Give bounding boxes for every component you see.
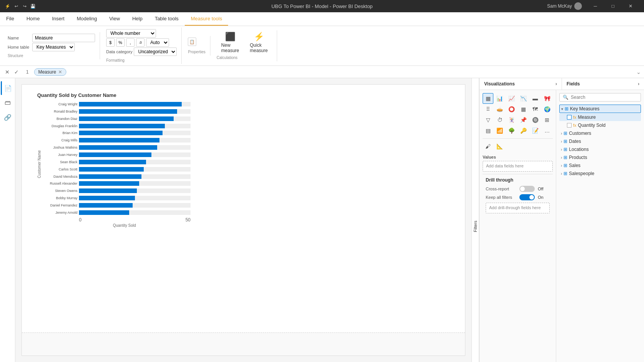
tab-insert[interactable]: Insert [46,12,71,26]
viz-stacked-bar[interactable]: ▬ [530,93,540,104]
tab-home[interactable]: Home [20,12,46,26]
viz-kpi[interactable]: 📌 [518,115,529,125]
restore-button[interactable]: □ [604,0,622,12]
cross-report-toggle[interactable] [519,186,535,192]
comma-icon[interactable]: , [126,38,135,47]
formula-tag-close[interactable]: ✕ [58,69,62,75]
measure-checkbox[interactable] [567,115,572,120]
viz-key-influencers[interactable]: 🔑 [518,125,529,136]
format-row: Whole number [106,29,156,38]
formula-buttons: ✕ ✓ [3,68,21,76]
formula-expand-button[interactable]: ⌄ [636,69,641,75]
bar-fill [79,188,137,193]
viz-filled-map[interactable]: 🌍 [542,104,552,115]
sidebar-data-icon[interactable]: 🗃 [1,96,15,110]
table-salespeople[interactable]: › ⊞ Salespeople [559,170,641,177]
table-sales[interactable]: › ⊞ Sales [559,162,641,169]
data-category-select[interactable]: Uncategorized [134,48,177,56]
fields-search-input[interactable] [571,95,637,100]
chart-bar-row: Juan Harvey [43,152,191,158]
redo-icon[interactable]: ↪ [21,3,28,9]
viz-smart-narr[interactable]: 📝 [530,125,540,136]
sidebar-model-icon[interactable]: 🔗 [1,110,15,124]
filters-toggle-panel[interactable]: Filters [472,78,479,362]
chart-bar-row: Jeremy Arnold [43,210,191,216]
keep-filters-toggle[interactable] [519,194,535,200]
table-products[interactable]: › ⊞ Products [559,154,641,161]
viz-format-icon[interactable]: 🖌 [483,141,493,152]
cancel-formula-button[interactable]: ✕ [3,68,12,76]
confirm-formula-button[interactable]: ✓ [12,68,21,76]
viz-waterfall[interactable]: 📶 [495,125,505,136]
chart-bar-row: Joshua Watkins [43,144,191,151]
field-measure[interactable]: fx Measure [559,113,641,121]
viz-more[interactable]: … [542,125,552,136]
tab-help[interactable]: Help [126,12,149,26]
format-select[interactable]: Whole number [106,29,156,38]
properties-icon[interactable]: 📋 [188,38,196,46]
tab-modeling[interactable]: Modeling [71,12,103,26]
bar-fill [79,174,141,179]
viz-column-chart[interactable]: 📊 [495,93,505,104]
undo-icon[interactable]: ↩ [13,3,19,9]
viz-analytics-icon[interactable]: 📐 [495,141,505,152]
table-dates[interactable]: › ⊞ Dates [559,138,641,145]
home-table-select[interactable]: Key Measures [32,43,75,51]
customers-chevron: › [561,131,562,136]
percent-icon[interactable]: % [116,38,125,47]
viz-bar-chart[interactable]: ▦ [483,93,493,104]
drill-through-drop-zone[interactable]: Add drill-through fields here [486,203,550,213]
viz-pie[interactable]: 🥧 [495,104,505,115]
tab-file[interactable]: File [0,12,20,26]
tab-table-tools[interactable]: Table tools [149,12,185,26]
viz-ribbon[interactable]: 🎀 [542,93,552,104]
filters-label: Filters [473,221,478,232]
viz-treemap[interactable]: ▦ [518,104,529,115]
dates-chevron: › [561,139,562,144]
minimize-button[interactable]: ─ [586,0,604,12]
user-area: Sam McKay [547,2,582,10]
quick-measure-label: Quickmeasure [250,43,268,53]
viz-decomp-tree[interactable]: 🌳 [506,125,517,136]
close-button[interactable]: ✕ [622,0,639,12]
viz-scatter[interactable]: ⠿ [483,104,493,115]
currency-icon[interactable]: $ [106,38,115,47]
bar-fill [79,138,159,143]
quick-measure-button[interactable]: ⚡ Quickmeasure [245,32,273,53]
tab-measure-tools[interactable]: Measure tools [185,12,228,26]
tab-view[interactable]: View [103,12,126,26]
sales-table-icon: ⊞ [564,163,567,168]
viz-map[interactable]: 🗺 [530,104,540,115]
viz-donut[interactable]: ⭕ [506,104,517,115]
save-icon[interactable]: 💾 [30,3,36,9]
viz-area-chart[interactable]: 📉 [518,93,529,104]
table-key-measures[interactable]: ▾ ⊞ Key Measures [559,105,641,113]
app-icon: ⚡ [5,3,11,9]
formula-bar: ✕ ✓ 1 Measure ✕ ⌄ [0,66,644,78]
viz-table[interactable]: ⊞ [542,115,552,125]
viz-gauge[interactable]: ⏱ [495,115,505,125]
viz-slicer[interactable]: 🔘 [530,115,540,125]
fields-chevron[interactable]: › [638,81,639,87]
locations-table-icon: ⊞ [564,147,567,152]
visualizations-chevron[interactable]: › [555,81,557,87]
bar-background [79,124,191,128]
new-measure-button[interactable]: ⬛ Newmeasure [217,32,244,53]
bar-background [79,109,191,114]
viz-line-chart[interactable]: 📈 [506,93,517,104]
ribbon-group-formatting: Whole number $ % , .0 Auto Data category… [102,28,182,64]
increase-decimal-icon[interactable]: .0 [136,38,145,47]
auto-select[interactable]: Auto [146,38,169,47]
bar-label: Brian Kim [43,131,77,135]
viz-matrix[interactable]: ▤ [483,125,493,136]
values-drop-zone[interactable]: Add data fields here [483,161,553,172]
sidebar-report-icon[interactable]: 📄 [1,81,15,95]
field-quantity-sold[interactable]: fx Quantity Sold [559,121,641,129]
viz-card[interactable]: 🃏 [506,115,517,125]
viz-funnel[interactable]: ▽ [483,115,493,125]
quantity-sold-checkbox[interactable] [567,123,572,128]
name-input[interactable] [32,34,95,42]
table-locations[interactable]: › ⊞ Locations [559,146,641,153]
table-customers[interactable]: › ⊞ Customers [559,129,641,137]
key-measures-label: Key Measures [570,106,600,111]
